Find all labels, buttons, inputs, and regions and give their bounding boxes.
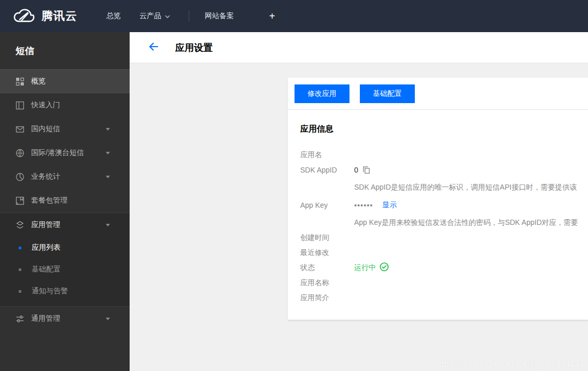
plus-icon[interactable]: +: [269, 10, 275, 22]
field-sdk-appid: SDK AppID 0: [300, 162, 588, 177]
masked-app-key: ******: [354, 203, 373, 210]
chevron-down-icon: [106, 176, 110, 178]
sidebar-subitem-basic-config[interactable]: 基础配置: [0, 259, 130, 280]
page-header: 应用设置: [130, 32, 588, 63]
nav-website-record[interactable]: 网站备案: [205, 11, 234, 21]
bullet-icon: [19, 268, 21, 271]
sidebar-title: 短信: [0, 32, 130, 69]
field-label: SDK AppID: [300, 166, 354, 174]
window-icon: [16, 101, 24, 110]
brand-name: 腾讯云: [41, 8, 77, 24]
bullet-icon: [19, 247, 21, 249]
field-label: 应用名称: [300, 278, 354, 288]
topbar: 腾讯云 总览 云产品 网站备案 +: [0, 0, 588, 32]
app-settings-card: 修改应用 基础配置 应用信息 应用名 SDK AppID 0 SDK AppID…: [288, 78, 588, 320]
nav-overview[interactable]: 总览: [106, 11, 121, 21]
sidebar-item-label: 快速入门: [31, 101, 60, 110]
field-label: 状态: [300, 263, 354, 273]
sidebar-item-app-management[interactable]: 应用管理: [0, 213, 130, 237]
card-actions: 修改应用 基础配置: [288, 78, 588, 103]
sidebar-item-label: 通用管理: [31, 314, 60, 323]
field-app-key: App Key ****** 显示: [300, 197, 588, 212]
sidebar-item-domestic-sms[interactable]: 国内短信: [0, 117, 130, 141]
sidebar-subitem-label: 基础配置: [32, 265, 61, 274]
field-app-name: 应用名: [300, 147, 588, 162]
modify-app-button[interactable]: 修改应用: [295, 84, 349, 103]
app-key-help-row: App Key是用来校验短信发送合法性的密码，与SDK AppID对应，需要: [300, 215, 588, 230]
check-circle-icon: [376, 262, 389, 273]
brand-logo[interactable]: 腾讯云: [13, 8, 77, 24]
grid-icon: [16, 77, 24, 86]
copy-icon[interactable]: [362, 166, 370, 174]
field-label: 创建时间: [300, 233, 354, 242]
sidebar-item-label: 业务统计: [31, 172, 60, 181]
nav-divider: [189, 10, 189, 22]
sidebar-item-intl-sms[interactable]: 国际/港澳台短信: [0, 141, 130, 165]
field-label: 应用名: [300, 150, 354, 160]
app-key-help-text: App Key是用来校验短信发送合法性的密码，与SDK AppID对应，需要: [354, 218, 578, 227]
bullet-icon: [19, 290, 21, 293]
package-icon: [16, 196, 24, 205]
sdk-appid-help-row: SDK AppID是短信应用的唯一标识，调用短信API接口时，需要提供该: [300, 180, 588, 195]
basic-config-button[interactable]: 基础配置: [360, 84, 415, 103]
sidebar-item-general-management[interactable]: 通用管理: [0, 307, 130, 331]
status-badge: 运行中: [354, 263, 376, 273]
cloud-icon: [13, 8, 35, 24]
layers-icon: [16, 221, 24, 230]
sidebar-subitem-notify-alarm[interactable]: 通知与告警: [0, 280, 130, 302]
field-label: 应用简介: [300, 293, 354, 303]
field-label: 最近修改: [300, 248, 354, 258]
field-value: 0: [354, 166, 358, 174]
chevron-down-icon: [106, 224, 110, 226]
sidebar: 短信 概览 快速入门 国内短信: [0, 32, 130, 371]
sidebar-subitem-app-list[interactable]: 应用列表: [0, 237, 130, 259]
sidebar-item-label: 概览: [31, 77, 46, 86]
sidebar-group-app-management: 应用管理 应用列表 基础配置 通知与告警: [0, 212, 130, 307]
chevron-down-icon: [106, 318, 110, 320]
field-label: App Key: [300, 201, 354, 209]
sidebar-item-label: 国内短信: [31, 124, 60, 134]
nav-cloud-products[interactable]: 云产品: [139, 11, 170, 21]
chevron-down-icon: [106, 152, 110, 154]
field-app-desc: 应用简介: [300, 290, 588, 305]
arrow-left-icon: [148, 42, 159, 53]
section-title: 应用信息: [300, 124, 588, 135]
show-app-key-link[interactable]: 显示: [382, 201, 397, 210]
mail-icon: [16, 125, 24, 134]
chevron-down-icon: [106, 128, 110, 131]
sliders-icon: [16, 315, 24, 323]
app-info-section: 应用信息 应用名 SDK AppID 0 SDK AppID是短信应用的唯一标识…: [288, 124, 588, 305]
globe-icon: [16, 149, 24, 158]
field-last-modified: 最近修改: [300, 245, 588, 260]
sidebar-subitem-label: 应用列表: [32, 243, 61, 252]
page-title: 应用设置: [175, 41, 213, 54]
sidebar-item-packages[interactable]: 套餐包管理: [0, 189, 130, 212]
watermark: https://blog.csdn.net/weixin_46304245: [434, 360, 585, 369]
back-button[interactable]: [148, 42, 159, 53]
sidebar-subitem-label: 通知与告警: [32, 287, 68, 296]
chevron-down-icon: [165, 12, 170, 20]
divider: [288, 109, 588, 110]
topnav: 总览 云产品 网站备案 +: [106, 10, 275, 22]
field-app-title: 应用名称: [300, 275, 588, 290]
field-create-time: 创建时间: [300, 230, 588, 245]
nav-cloud-products-label: 云产品: [139, 11, 161, 21]
sidebar-item-quickstart[interactable]: 快速入门: [0, 93, 130, 117]
sidebar-item-label: 应用管理: [31, 220, 60, 230]
field-status: 状态 运行中: [300, 260, 588, 275]
pie-chart-icon: [16, 173, 24, 181]
sdk-appid-help-text: SDK AppID是短信应用的唯一标识，调用短信API接口时，需要提供该: [354, 183, 577, 192]
sidebar-item-label: 国际/港澳台短信: [31, 148, 84, 158]
sidebar-item-statistics[interactable]: 业务统计: [0, 165, 130, 189]
sidebar-item-overview[interactable]: 概览: [0, 69, 130, 93]
sidebar-item-label: 套餐包管理: [31, 196, 67, 205]
